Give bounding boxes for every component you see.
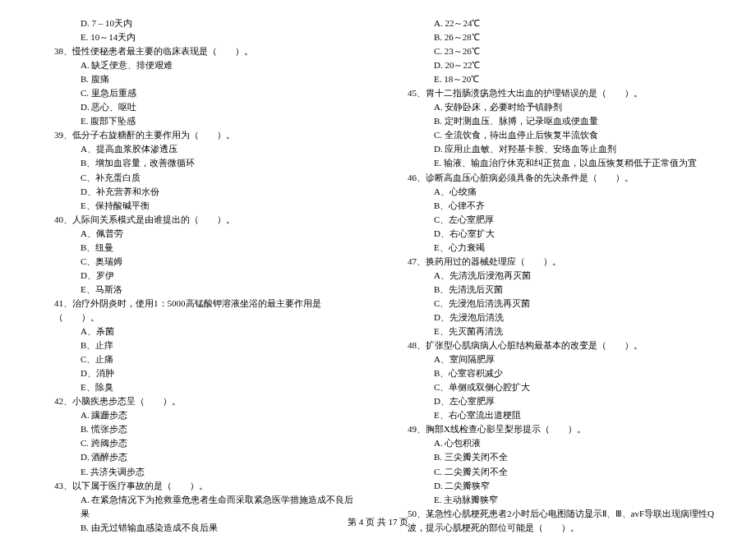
option: D. 酒醉步态 (41, 450, 362, 464)
question-stem: 41、治疗外阴炎时，使用1：5000高锰酸钾溶液坐浴的最主要作用是（ ）。 (41, 297, 362, 325)
option: A、室间隔肥厚 (394, 352, 715, 366)
option: E. 腹部下坠感 (41, 114, 362, 128)
left-column: D. 7 – 10天内 E. 10～14天内 38、慢性便秘患者最主要的临床表现… (41, 16, 362, 509)
option: E、保持酸碱平衡 (41, 199, 362, 213)
option: E、马斯洛 (41, 283, 362, 297)
option: A、心绞痛 (394, 185, 715, 199)
option: D、先浸泡后清洗 (394, 311, 715, 325)
option: B. 腹痛 (41, 72, 362, 86)
option: E. 输液、输血治疗休克和纠正贫血，以血压恢复稍低于正常值为宜 (394, 156, 715, 170)
option: C、左心室肥厚 (394, 213, 715, 227)
option: B. 三尖瓣关闭不全 (394, 450, 715, 464)
option: E. 18～20℃ (394, 72, 715, 86)
option: B. 26～28℃ (394, 30, 715, 44)
question-stem: 47、换药用过的器械处理应（ ）。 (394, 255, 715, 269)
question-stem: 40、人际间关系模式是由谁提出的（ ）。 (41, 213, 362, 227)
option: B. 定时测血压、脉搏，记录呕血或便血量 (394, 114, 715, 128)
option: A、佩普劳 (41, 227, 362, 241)
option: A. 心包积液 (394, 436, 715, 450)
question-stem: 39、低分子右旋糖酐的主要作用为（ ）。 (41, 128, 362, 142)
option: E、右心室流出道梗阻 (394, 408, 715, 422)
option: D、补充营养和水份 (41, 185, 362, 199)
question-stem: 43、以下属于医疗事故的是（ ）。 (41, 479, 362, 493)
option: E、先灭菌再清洗 (394, 325, 715, 338)
option: C. 二尖瓣关闭不全 (394, 465, 715, 479)
option: A、提高血浆胶体渗透压 (41, 142, 362, 156)
option: A. 缺乏便意、排便艰难 (41, 58, 362, 72)
option: E. 10～14天内 (41, 30, 362, 44)
option: A. 22～24℃ (394, 16, 715, 30)
question-stem: 38、慢性便秘患者最主要的临床表现是（ ）。 (41, 44, 362, 58)
option: C、先浸泡后清洗再灭菌 (394, 297, 715, 311)
option: D、消肿 (41, 366, 362, 380)
option: E. 共济失调步态 (41, 465, 362, 479)
option: D. 恶心、呕吐 (41, 100, 362, 114)
page-body: D. 7 – 10天内 E. 10～14天内 38、慢性便秘患者最主要的临床表现… (41, 16, 715, 509)
option: C、奥瑞姆 (41, 255, 362, 269)
option: E、心力衰竭 (394, 241, 715, 255)
option: C、补充蛋白质 (41, 171, 362, 185)
option: A. 在紧急情况下为抢救垂危患者生命而采取紧急医学措施造成不良后果 (41, 493, 362, 521)
option: C. 跨阈步态 (41, 436, 362, 450)
option: B、先清洗后灭菌 (394, 283, 715, 297)
option: B、纽曼 (41, 241, 362, 255)
option: D、右心室扩大 (394, 227, 715, 241)
option: A. 蹒跚步态 (41, 408, 362, 422)
right-column: A. 22～24℃ B. 26～28℃ C. 23～26℃ D. 20～22℃ … (394, 16, 715, 509)
option: B. 由无过错输血感染造成不良后果 (41, 521, 362, 534)
option: D. 20～22℃ (394, 58, 715, 72)
question-stem: 45、胃十二指肠溃疡急性大出血的护理错误的是（ ）。 (394, 86, 715, 100)
option: B、增加血容量，改善微循环 (41, 156, 362, 170)
option: B、止痒 (41, 338, 362, 352)
option: A、先清洗后浸泡再灭菌 (394, 269, 715, 283)
option: B. 慌张步态 (41, 422, 362, 436)
option: A、杀菌 (41, 325, 362, 338)
question-stem: 42、小脑疾患步态呈（ ）。 (41, 394, 362, 408)
option: A. 安静卧床，必要时给予镇静剂 (394, 100, 715, 114)
option: D、左心室肥厚 (394, 394, 715, 408)
option: D. 7 – 10天内 (41, 16, 362, 30)
option: C、止痛 (41, 352, 362, 366)
option: D. 应用止血敏、对羟基卡胺、安络血等止血剂 (394, 142, 715, 156)
option: C. 里急后重感 (41, 86, 362, 100)
question-stem: 48、扩张型心肌病病人心脏结构最基本的改变是（ ）。 (394, 338, 715, 352)
option: D. 二尖瓣狭窄 (394, 479, 715, 493)
option: C、单侧或双侧心腔扩大 (394, 380, 715, 394)
option: D、罗伊 (41, 269, 362, 283)
option: B、心律不齐 (394, 199, 715, 213)
option: E、除臭 (41, 380, 362, 394)
option: B、心室容积减少 (394, 366, 715, 380)
question-stem: 49、胸部X线检查心影呈梨形提示（ ）。 (394, 422, 715, 436)
question-stem: 50、某急性心肌梗死患者2小时后心电图随访显示Ⅱ、Ⅲ、avF导联出现病理性Q波，… (394, 507, 715, 534)
question-stem: 46、诊断高血压心脏病必须具备的先决条件是（ ）。 (394, 171, 715, 185)
option: C. 全流饮食，待出血停止后恢复半流饮食 (394, 128, 715, 142)
option: C. 23～26℃ (394, 44, 715, 58)
option: E. 主动脉瓣狭窄 (394, 493, 715, 507)
